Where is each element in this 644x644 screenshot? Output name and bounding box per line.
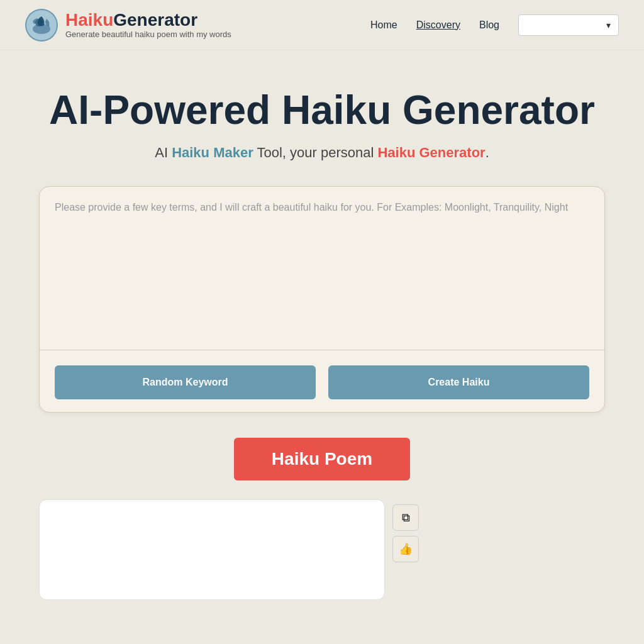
chevron-down-icon: ▾ [606,20,611,30]
logo-title: HaikuGenerator [65,11,231,30]
poem-card [39,499,385,600]
haiku-poem-badge: Haiku Poem [234,438,410,480]
nav-home[interactable]: Home [370,19,397,31]
like-icon: 👍 [399,542,413,556]
logo-text-area: HaikuGenerator Generate beautiful haiku … [65,11,231,40]
create-haiku-button[interactable]: Create Haiku [328,365,589,399]
logo-area: HaikuGenerator Generate beautiful haiku … [25,9,231,42]
page-title: AI-Powered Haiku Generator [49,88,595,132]
subtitle-suffix: . [486,145,489,160]
poem-section: ⧉ 👍 [39,499,605,600]
poem-actions: ⧉ 👍 [392,504,419,562]
like-button[interactable]: 👍 [392,536,419,562]
page-subtitle: AI Haiku Maker Tool, your personal Haiku… [155,145,489,161]
nav-discovery[interactable]: Discovery [416,19,460,31]
button-row: Random Keyword Create Haiku [40,353,604,412]
nav-blog[interactable]: Blog [479,19,499,31]
subtitle-prefix: AI [155,145,172,160]
copy-icon: ⧉ [402,511,410,525]
main-nav: Home Discovery Blog ▾ [370,14,619,36]
subtitle-haiku-generator: Haiku Generator [377,145,485,160]
main-content: AI-Powered Haiku Generator AI Haiku Make… [0,50,644,625]
haiku-input[interactable] [40,187,604,350]
logo-subtitle: Generate beautiful haiku poem with my wo… [65,30,231,39]
site-header: HaikuGenerator Generate beautiful haiku … [0,0,644,50]
logo-generator-text: Generator [113,10,197,30]
logo-haiku-text: Haiku [65,10,113,30]
random-keyword-button[interactable]: Random Keyword [55,365,316,399]
input-card: Random Keyword Create Haiku [39,186,605,413]
subtitle-haiku-maker: Haiku Maker [172,145,253,160]
subtitle-middle: Tool, your personal [253,145,378,160]
logo-icon [25,9,58,42]
nav-dropdown[interactable]: ▾ [518,14,619,36]
copy-button[interactable]: ⧉ [392,504,419,531]
